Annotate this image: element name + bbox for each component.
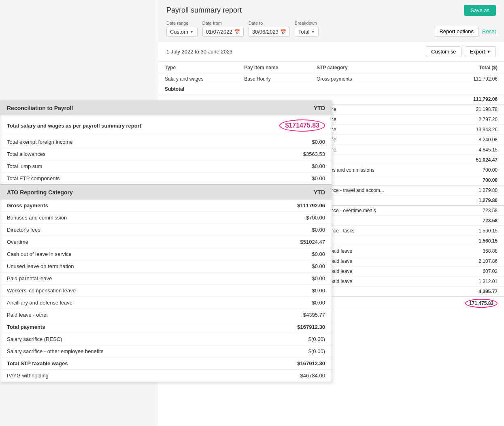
ato-value: $0.00 (242, 224, 332, 236)
row-type: Salary and wages (158, 74, 238, 84)
report-header: Payroll summary report Save as Date rang… (158, 0, 504, 42)
dropdown-arrow-icon: ▼ (190, 30, 194, 34)
breakdown-filter: Breakdown Total ▼ (295, 21, 319, 37)
ato-value: $167912.30 (242, 358, 332, 370)
col-stp: STP category (310, 62, 434, 74)
export-label: Export (470, 49, 485, 55)
reconciliation-title: Reconciliation to Payroll (7, 105, 73, 111)
ato-label: Paid leave - other (0, 309, 242, 321)
date-range-bar: 1 July 2022 to 30 June 2023 Customise Ex… (158, 42, 504, 62)
ato-value: $46784.00 (242, 370, 332, 382)
total-lump-row: Total lump sum $0.00 (0, 160, 332, 173)
date-to-value: 30/06/2023 (252, 29, 279, 35)
row-amount: 368.88 (434, 246, 504, 256)
table-row: Subtotal (158, 84, 504, 94)
col-total: Total ($) (434, 62, 504, 74)
col-pay-item: Pay item name (238, 62, 310, 74)
row-amount: 13,943.26 (434, 125, 504, 135)
ato-value: $0.00 (242, 273, 332, 285)
list-item: PAYG withholding$46784.00 (0, 370, 332, 382)
row-stp: Gross payments (310, 74, 434, 84)
list-item: Paid parental leave$0.00 (0, 273, 332, 285)
total-salary-row: Total salary and wages as per payroll su… (0, 115, 332, 136)
ato-value: $111792.06 (242, 200, 332, 212)
row-amount: 4,395.77 (434, 287, 504, 297)
total-exempt-value: $0.00 (230, 136, 332, 148)
ato-label: Workers' compensation leave (0, 285, 242, 297)
row-amount: 171,475.83 (434, 297, 504, 310)
row-amount: 111,792.06 (434, 94, 504, 104)
row-amount: 1,312.01 (434, 277, 504, 287)
list-item: Salary sacrifice (RESC)$(0.00) (0, 333, 332, 345)
date-range-label: Date range (166, 21, 198, 26)
list-item: Overtime$51024.47 (0, 236, 332, 248)
row-amount: 723.58 (434, 216, 504, 226)
total-salary-label: Total salary and wages as per payroll su… (7, 123, 141, 129)
ato-label: Overtime (0, 236, 242, 248)
reconciliation-table: Total exempt foreign income $0.00 Total … (0, 136, 332, 185)
list-item: Director's fees$0.00 (0, 224, 332, 236)
row-amount: 2,107.86 (434, 256, 504, 266)
ato-value: $0.00 (242, 297, 332, 309)
row-amount (434, 84, 504, 94)
customise-button[interactable]: Customise (426, 46, 461, 57)
date-range-value: Custom (170, 29, 188, 35)
export-button[interactable]: Export ▼ (465, 46, 496, 57)
ato-value: $0.00 (242, 260, 332, 273)
total-lump-value: $0.00 (230, 160, 332, 173)
date-from-label: Date from (202, 21, 244, 26)
row-amount: 700.00 (434, 175, 504, 185)
save-as-button[interactable]: Save as (464, 5, 496, 16)
reset-button[interactable]: Reset (482, 28, 496, 34)
ato-label: Paid parental leave (0, 273, 242, 285)
reconciliation-ytd: YTD (314, 105, 325, 111)
ato-label: Salary sacrifice (RESC) (0, 333, 242, 345)
list-item: Ancilliary and defense leave$0.00 (0, 297, 332, 309)
total-etp-label: Total ETP components (0, 173, 230, 185)
ato-value: $700.00 (242, 212, 332, 224)
col-type: Type (158, 62, 238, 74)
ato-label: Total STP taxable wages (0, 358, 242, 370)
row-amount: 4,845.15 (434, 145, 504, 155)
date-to-label: Date to (249, 21, 290, 26)
list-item: Salary sacrifice - other employee benefi… (0, 345, 332, 358)
ato-label: Gross payments (0, 200, 242, 212)
calendar-icon-2: 📅 (280, 29, 286, 35)
left-panel: Reconciliation to Payroll YTD Total sala… (0, 100, 332, 382)
row-amount: 723.58 (434, 206, 504, 216)
date-from-value: 01/07/2022 (206, 29, 232, 35)
row-amount: 111,792.06 (434, 74, 504, 84)
list-item: Paid leave - other$4395.77 (0, 309, 332, 321)
ato-table: Gross payments$111792.06Bonuses and comm… (0, 200, 332, 382)
ato-value: $0.00 (242, 248, 332, 260)
calendar-icon: 📅 (234, 29, 240, 35)
row-amount: 51,024.47 (434, 155, 504, 165)
date-to-filter: Date to 30/06/2023 📅 (249, 21, 290, 37)
row-amount: 1,279.80 (434, 185, 504, 196)
ato-title: ATO Reporting Category (7, 189, 73, 196)
total-allowances-value: $3563.53 (230, 148, 332, 160)
date-range-filter: Date range Custom ▼ (166, 21, 198, 37)
row-amount: 1,279.80 (434, 196, 504, 206)
list-item: Workers' compensation leave$0.00 (0, 285, 332, 297)
ato-header: ATO Reporting Category YTD (0, 185, 332, 200)
ato-label: Ancilliary and defense leave (0, 297, 242, 309)
row-pay-item (238, 84, 310, 94)
row-pay-item: Base Hourly (238, 74, 310, 84)
list-item: Gross payments$111792.06 (0, 200, 332, 212)
ato-label: Director's fees (0, 224, 242, 236)
total-allowances-label: Total allowances (0, 148, 230, 160)
table-row: Salary and wagesBase HourlyGross payment… (158, 74, 504, 84)
row-stp (310, 84, 434, 94)
total-salary-value: $171475.83 (279, 119, 325, 132)
date-range-display: 1 July 2022 to 30 June 2023 (166, 49, 232, 55)
list-item: Total STP taxable wages$167912.30 (0, 358, 332, 370)
total-allowances-row: Total allowances $3563.53 (0, 148, 332, 160)
ato-label: Unused leave on termination (0, 260, 242, 273)
row-amount: 21,198.78 (434, 104, 504, 115)
total-exempt-label: Total exempt foreign income (0, 136, 230, 148)
report-title: Payroll summary report (166, 6, 242, 15)
total-etp-value: $0.00 (230, 173, 332, 185)
report-options-button[interactable]: Report options (434, 26, 479, 37)
row-amount: 700.00 (434, 165, 504, 175)
